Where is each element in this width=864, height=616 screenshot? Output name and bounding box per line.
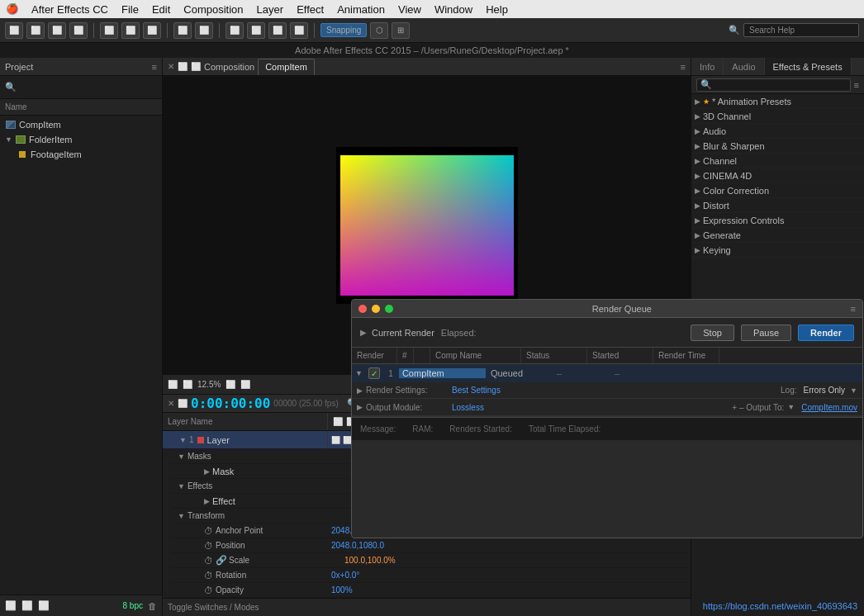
tab-audio[interactable]: Audio <box>724 58 764 75</box>
effects-panel-menu-icon[interactable]: ≡ <box>854 80 859 90</box>
menu-view[interactable]: View <box>398 3 421 16</box>
comp-footer-icon-3[interactable]: ⬜ <box>225 380 235 389</box>
snapping-toggle[interactable]: Snapping <box>320 23 367 37</box>
project-panel-menu-icon[interactable]: ≡ <box>152 62 157 72</box>
rq-output-file-link[interactable]: CompItem.mov <box>801 403 857 412</box>
rq-menu-icon[interactable]: ≡ <box>851 304 856 314</box>
menu-composition[interactable]: Composition <box>183 3 243 16</box>
comp-footer-icon-1[interactable]: ⬜ <box>168 380 178 389</box>
toolbar-btn-2[interactable]: ⬜ <box>26 22 45 39</box>
toggle-switches-label[interactable]: Toggle Switches / Modes <box>168 603 259 612</box>
effects-category-distort[interactable]: ▶ Distort <box>691 198 864 213</box>
rotation-value[interactable]: 0x+0.0° <box>331 571 359 580</box>
rq-render-settings-dropdown[interactable]: Best Settings <box>452 386 501 395</box>
toolbar-btn-9[interactable]: ⬜ <box>195 22 213 39</box>
comp-footer-icon-2[interactable]: ⬜ <box>183 380 192 389</box>
rq-close-btn[interactable] <box>358 305 367 313</box>
menu-after-effects[interactable]: After Effects CC <box>31 3 108 16</box>
toolbar-btn-4[interactable]: ⬜ <box>69 22 88 39</box>
effects-category-cinema4d[interactable]: ▶ CINEMA 4D <box>691 168 864 183</box>
rq-item-expand-icon[interactable]: ▼ <box>352 369 366 377</box>
tab-effects-presets[interactable]: Effects & Presets <box>765 58 852 75</box>
rq-render-settings-arrow-icon[interactable]: ▶ <box>357 386 363 395</box>
mask-expand-icon[interactable]: ▶ <box>204 467 210 476</box>
rq-output-module-arrow-icon[interactable]: ▶ <box>357 403 363 411</box>
effect-expand-icon[interactable]: ▶ <box>204 497 210 505</box>
menu-window[interactable]: Window <box>434 3 472 16</box>
menu-animation[interactable]: Animation <box>337 3 385 16</box>
toolbar-btn-6[interactable]: ⬜ <box>121 22 140 39</box>
tab-info[interactable]: Info <box>691 58 724 75</box>
rotation-stopwatch[interactable]: ⏱ <box>204 571 213 580</box>
project-footer-icon-2[interactable]: ⬜ <box>21 600 33 611</box>
effects-search-field[interactable]: 🔍 <box>696 78 851 92</box>
comp-panel-menu-icon[interactable]: ≡ <box>681 62 686 72</box>
toolbar-btn-10[interactable]: ⬜ <box>225 22 244 39</box>
effects-category-color-correction[interactable]: ▶ Color Correction <box>691 183 864 198</box>
project-footer: ⬜ ⬜ ⬜ 8 bpc 🗑 <box>0 595 162 616</box>
scale-stopwatch[interactable]: ⏱ <box>204 556 213 566</box>
toolbar-btn-11[interactable]: ⬜ <box>247 22 265 39</box>
anchor-point-stopwatch[interactable]: ⏱ <box>204 526 213 536</box>
rq-item-checkbox[interactable]: ✓ <box>368 367 380 379</box>
rq-stop-button[interactable]: Stop <box>691 325 734 341</box>
effects-category-blur-sharpen[interactable]: ▶ Blur & Sharpen <box>691 139 864 154</box>
project-search-bar[interactable]: 🔍 <box>0 76 162 99</box>
rq-minimize-btn[interactable] <box>372 305 380 313</box>
effects-category-generate[interactable]: ▶ Generate <box>691 228 864 243</box>
effects-category-expression-controls[interactable]: ▶ Expression Controls <box>691 213 864 228</box>
position-stopwatch[interactable]: ⏱ <box>204 541 213 551</box>
menu-edit[interactable]: Edit <box>152 3 170 16</box>
scale-value[interactable]: 100.0,100.0% <box>344 556 396 565</box>
project-item-footageitem[interactable]: FootageItem <box>0 147 162 162</box>
comp-tab-compitem[interactable]: CompItem <box>258 59 315 75</box>
rq-output-to-dropdown-icon[interactable]: ▼ <box>787 403 795 411</box>
rq-output-module-label: Output Module: <box>366 403 449 412</box>
project-footer-icon-3[interactable]: ⬜ <box>38 600 50 611</box>
menu-effect[interactable]: Effect <box>297 3 324 16</box>
layer-expand-icon[interactable]: ▼ <box>179 436 187 444</box>
rq-render-button[interactable]: Render <box>798 325 854 341</box>
project-footer-icon-1[interactable]: ⬜ <box>5 600 17 611</box>
project-trash-icon[interactable]: 🗑 <box>148 601 157 611</box>
toolbar-btn-3[interactable]: ⬜ <box>48 22 66 39</box>
position-value[interactable]: 2048.0,1080.0 <box>331 541 384 550</box>
effects-expand-icon[interactable]: ▼ <box>178 482 185 490</box>
project-item-folderitem[interactable]: ▼ FolderItem <box>0 132 162 147</box>
search-field[interactable]: Search Help <box>743 23 859 37</box>
rq-output-module-value[interactable]: Lossless <box>452 403 484 412</box>
masks-expand-icon[interactable]: ▼ <box>178 453 185 461</box>
toolbar-btn-13[interactable]: ⬜ <box>290 22 308 39</box>
comp-zoom[interactable]: 12.5% <box>197 380 221 389</box>
effects-category-audio[interactable]: ▶ Audio <box>691 124 864 139</box>
rq-log-dropdown-icon[interactable]: ▼ <box>850 386 857 395</box>
toolbar-btn-1[interactable]: ⬜ <box>5 22 23 39</box>
menu-layer[interactable]: Layer <box>257 3 284 16</box>
layer-prop-icon-1[interactable]: ⬜ <box>331 436 340 444</box>
comp-footer-icon-4[interactable]: ⬜ <box>240 380 250 389</box>
rq-maximize-btn[interactable] <box>385 305 393 313</box>
project-item-compitem[interactable]: CompItem <box>0 117 162 132</box>
toolbar-snap-icon[interactable]: ⬡ <box>370 22 388 39</box>
opacity-stopwatch[interactable]: ⏱ <box>204 585 213 595</box>
rq-item-comp-name[interactable]: CompItem <box>399 368 486 378</box>
rq-pause-button[interactable]: Pause <box>741 325 791 341</box>
rq-current-render-arrow-icon[interactable]: ▶ <box>360 328 367 337</box>
transform-expand-icon[interactable]: ▼ <box>178 512 185 520</box>
toolbar-btn-5[interactable]: ⬜ <box>100 22 118 39</box>
comp-close-icon[interactable]: ✕ <box>168 62 174 71</box>
effects-category-3d-channel[interactable]: ▶ 3D Channel <box>691 109 864 124</box>
effects-category-channel[interactable]: ▶ Channel <box>691 154 864 168</box>
toolbar-btn-7[interactable]: ⬜ <box>143 22 161 39</box>
scale-link-icon[interactable]: 🔗 <box>216 555 227 566</box>
toolbar-btn-12[interactable]: ⬜ <box>268 22 287 39</box>
timeline-close-icon[interactable]: ✕ <box>168 399 174 408</box>
toolbar-btn-8[interactable]: ⬜ <box>173 22 192 39</box>
menu-file[interactable]: File <box>121 3 139 16</box>
menu-help[interactable]: Help <box>486 3 508 16</box>
opacity-value[interactable]: 100% <box>331 585 353 595</box>
toolbar-grid-icon[interactable]: ⊞ <box>392 22 410 39</box>
effects-category-keying[interactable]: ▶ Keying <box>691 243 864 258</box>
effects-category-animation-presets[interactable]: ▶ ★ * Animation Presets <box>691 94 864 109</box>
rq-log-value[interactable]: Errors Only <box>804 386 846 395</box>
